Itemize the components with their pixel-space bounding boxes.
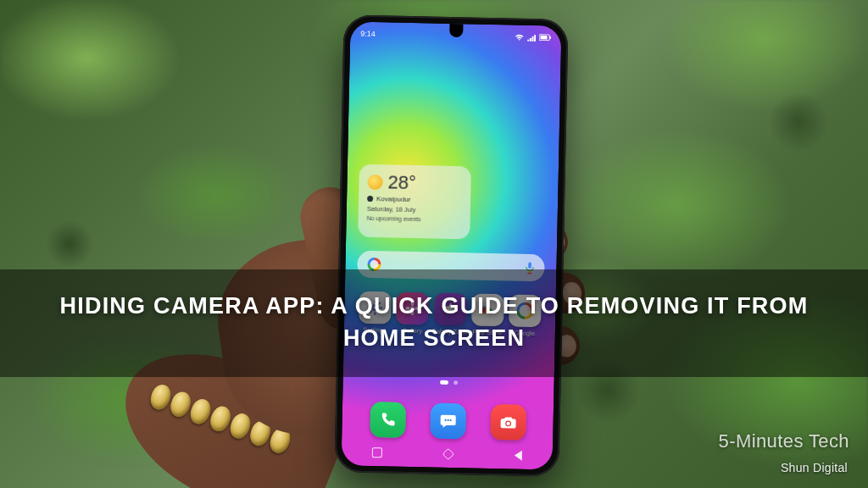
battery-icon — [539, 34, 551, 41]
location-label: Kovaipudur — [376, 195, 411, 203]
phone-icon — [378, 410, 397, 429]
headline-text: HIDING CAMERA APP: A QUICK GUIDE TO REMO… — [59, 290, 809, 355]
temperature-value: 28 — [387, 171, 409, 193]
message-icon — [438, 412, 457, 430]
weather-widget[interactable]: 28° Kovaipudur Saturday, 18 July No upco… — [358, 164, 471, 240]
wifi-icon — [515, 33, 524, 41]
signal-icon — [527, 33, 536, 41]
headline-overlay: HIDING CAMERA APP: A QUICK GUIDE TO REMO… — [0, 269, 868, 377]
phone-screen: 9:14 28° Kovaipudur Saturday, 18 July No — [342, 21, 562, 469]
brand-watermark: Shun Digital — [781, 461, 848, 474]
dock-phone[interactable] — [367, 402, 409, 438]
smartphone: 9:14 28° Kovaipudur Saturday, 18 July No — [334, 14, 568, 476]
events-label: No upcoming events — [367, 215, 462, 223]
nav-recent-icon[interactable] — [372, 447, 382, 458]
location-pin-icon — [367, 196, 373, 202]
dock — [342, 401, 554, 441]
svg-rect-1 — [540, 36, 547, 40]
nav-back-icon[interactable] — [515, 451, 522, 461]
date-label: Saturday, 18 July — [367, 205, 462, 214]
dock-messages[interactable] — [427, 402, 469, 439]
status-time: 9:14 — [360, 30, 376, 38]
dock-camera[interactable] — [487, 404, 529, 441]
page-indicator — [440, 380, 458, 385]
camera-icon — [498, 413, 517, 431]
sun-icon — [367, 175, 382, 190]
nav-home-icon[interactable] — [442, 448, 454, 460]
svg-rect-2 — [549, 36, 551, 39]
thumbnail-image: 9:14 28° Kovaipudur Saturday, 18 July No — [0, 0, 868, 488]
video-watermark: 5-Minutes Tech — [719, 430, 849, 452]
svg-rect-3 — [528, 262, 531, 269]
